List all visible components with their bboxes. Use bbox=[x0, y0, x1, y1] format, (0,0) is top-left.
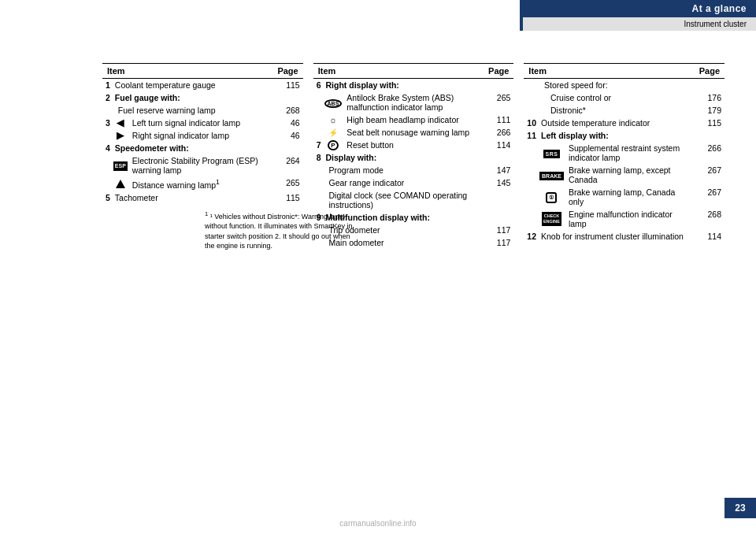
brake-canada-icon: ① bbox=[546, 192, 557, 203]
table-row: Gear range indicator 145 bbox=[313, 176, 514, 189]
at-a-glance-bar: At a glance bbox=[520, 0, 756, 17]
table2-item-header: Item bbox=[313, 64, 484, 79]
table-row: SRS Supplemental restraint system indica… bbox=[524, 142, 724, 164]
table-row: ⚡ Seat belt nonusage warning lamp 266 bbox=[313, 126, 514, 139]
table-row: ▶ Right signal indicator lamp 46 bbox=[102, 129, 303, 142]
table-row: 1 Coolant temperature gauge 115 bbox=[102, 79, 303, 92]
distance-warning-icon bbox=[116, 180, 125, 188]
table-row: 8 Display with: bbox=[313, 151, 514, 164]
table3-page-header: Page bbox=[695, 64, 724, 79]
srs-icon: SRS bbox=[543, 150, 561, 158]
turn-left-icon: ◀ bbox=[117, 117, 124, 128]
esp-icon: ESP bbox=[113, 161, 128, 171]
table-row: 3 ◀ Left turn signal indicator lamp 46 bbox=[102, 117, 303, 129]
table-row: ① Brake warning lamp, Canada only 267 bbox=[524, 186, 724, 208]
table-row: 6 Right display with: bbox=[313, 79, 514, 92]
table-row: Digital clock (see COMAND operating inst… bbox=[313, 189, 514, 211]
table-row: 5 Tachometer 115 bbox=[102, 191, 303, 204]
table-row: Program mode 147 bbox=[313, 164, 514, 176]
p-icon: P bbox=[328, 140, 338, 150]
table-row: Fuel reserve warning lamp 268 bbox=[102, 104, 303, 117]
table-row: 11 Left display with: bbox=[524, 129, 724, 142]
table-row: 10 Outside temperature indicator 115 bbox=[524, 117, 724, 129]
table-row: CHECKENGINE Engine malfunction indicator… bbox=[524, 208, 724, 230]
table3-item-header: Item bbox=[524, 64, 694, 79]
table-row: ABS Antilock Brake System (ABS) malfunct… bbox=[313, 91, 514, 113]
table-3: Item Page Stored speed for: Cruise contr… bbox=[524, 63, 724, 249]
table-row: ESP Electronic Stability Program (ESP) w… bbox=[102, 154, 303, 176]
table-1: Item Page 1 Coolant temperature gauge 11… bbox=[102, 63, 303, 249]
table-row: Stored speed for: bbox=[524, 79, 724, 92]
table-row: Distronic* 179 bbox=[524, 104, 724, 117]
abs-icon: ABS bbox=[324, 99, 343, 108]
table1-item-header: Item bbox=[102, 64, 272, 79]
table-row: ☼ High beam headlamp indicator 111 bbox=[313, 113, 514, 126]
table2-page-header: Page bbox=[484, 64, 513, 79]
seatbelt-icon: ⚡ bbox=[328, 128, 338, 137]
header-area: At a glance Instrument cluster bbox=[520, 0, 756, 31]
table-row: 2 Fuel gauge with: bbox=[102, 91, 303, 104]
check-engine-icon: CHECKENGINE bbox=[542, 212, 561, 225]
brake-icon: BRAKE bbox=[539, 172, 564, 180]
footnote: 1 ¹ Vehicles without Distronic*: Warning… bbox=[205, 210, 358, 251]
table-row: 4 Speedometer with: bbox=[102, 142, 303, 154]
table-row: Distance warning lamp1 265 bbox=[102, 176, 303, 191]
highbeam-icon: ☼ bbox=[329, 115, 337, 124]
instrument-cluster-label: Instrument cluster bbox=[684, 20, 747, 28]
turn-right-icon: ▶ bbox=[117, 130, 124, 141]
instrument-cluster-bar: Instrument cluster bbox=[520, 17, 756, 31]
table-row: BRAKE Brake warning lamp, except Canada … bbox=[524, 164, 724, 186]
page-number: 23 bbox=[724, 498, 756, 518]
table-row: Cruise control or 176 bbox=[524, 91, 724, 104]
divider-2 bbox=[518, 63, 519, 249]
watermark: carmanualsonline.info bbox=[339, 519, 416, 528]
at-a-glance-label: At a glance bbox=[691, 3, 747, 14]
table-row: 7 P Reset button 114 bbox=[313, 139, 514, 151]
main-content: Item Page 1 Coolant temperature gauge 11… bbox=[102, 63, 724, 249]
table1-page-header: Page bbox=[272, 64, 302, 79]
table-row: 12 Knob for instrument cluster illuminat… bbox=[524, 230, 724, 243]
